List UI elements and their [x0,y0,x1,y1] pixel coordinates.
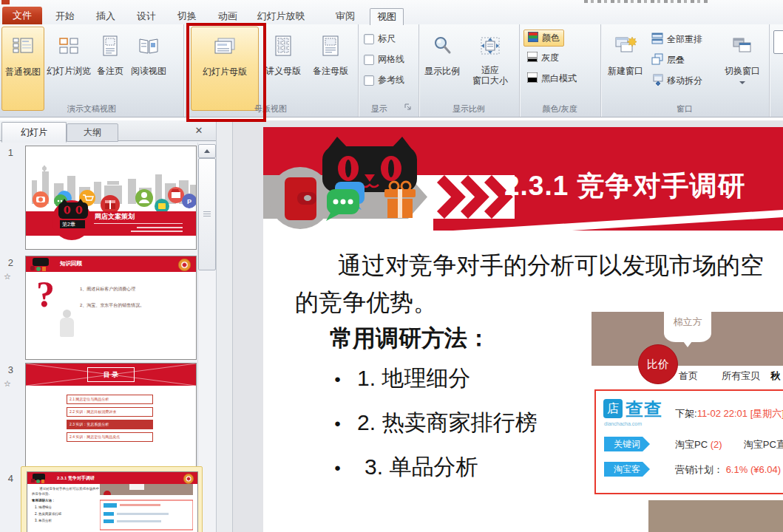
slide-4-header-bar [27,472,197,484]
guides-checkbox[interactable]: 参考线 [364,74,404,86]
tab-animations[interactable]: 动画 [213,8,243,24]
cascade-label: 层叠 [667,54,685,66]
slide-2-mini-icon-2 [36,267,41,271]
bottom-partial-image[interactable] [648,500,783,532]
switch-windows-button[interactable]: 切换窗口 [720,27,765,109]
slide-3-item-1: 2.1 网店定位与商品分析 [67,395,153,404]
handout-master-label: 讲义母版 [265,65,301,78]
tab-file[interactable]: 文件 [2,7,42,24]
slide-3-item-2: 2.2 实训：网店目标消费诉求 [67,407,153,417]
slide-methods-heading[interactable]: 常用调研方法： [330,323,490,354]
slide-4-bullet-1: 1. 地理细分 [35,505,52,509]
slide-4-medal-icon [183,474,194,484]
slide-1-chapter: 第2章 [62,221,75,228]
slide-2-medal-icon [178,259,191,271]
handout-master-button[interactable]: 讲义母版 [260,27,306,109]
dianchacha-logo-icon: 店 [603,399,623,418]
cascade-button[interactable]: 层叠 [648,52,688,69]
ruler-checkbox-box[interactable] [364,34,374,44]
up-arrow-icon [204,149,210,153]
color-button[interactable]: 颜色 [523,30,564,47]
shop-nav-autumn: 秋 [770,369,780,383]
slide-paragraph-line-1[interactable]: 通过对竞争对手的分析可以发现市场的空 [338,250,764,282]
group-zoom: 显示比例 适应窗口大小 显示比例 [418,24,520,117]
slide-3-animation-star-icon [4,379,11,389]
slide-bullet-row-2[interactable]: 2. 热卖商家排行榜 [334,408,537,438]
macros-partial-icon [773,30,783,54]
guides-label: 参考线 [378,74,404,86]
grayscale-button[interactable]: 灰度 [523,50,563,66]
slide-3-item-4: 2.4 实训：网店定位与商品卖点 [67,432,153,442]
normal-view-button[interactable]: 普通视图 [1,27,44,111]
switch-windows-dropdown-icon[interactable] [739,81,745,84]
taobaoke-tag: 淘宝客 [604,462,650,477]
group-label-window: 窗口 [600,103,769,115]
slide-2-thumbnail[interactable]: 知识回顾 ? 1、阐述目标客户的消费心理 2、淘宝、京东平台的销售情况。 [25,256,197,360]
fit-to-window-icon [479,33,501,59]
slide-2-cat-icon [33,258,49,266]
black-white-button[interactable]: 黑白模式 [523,71,580,86]
tab-view[interactable]: 视图 [370,8,404,25]
price-compare-badge: 比价 [638,344,678,384]
switch-windows-label: 切换窗口 [725,65,760,78]
slide-4-number: 4 [1,473,13,484]
slide-1-thumbnail[interactable]: P 第2章 网店文案策划 [25,146,197,250]
marketing-plan-label: 营销计划： [675,464,723,475]
switch-windows-icon [731,33,753,59]
tab-design[interactable]: 设计 [132,8,161,24]
guides-checkbox-box[interactable] [364,75,374,86]
slide-2-header-bar [26,256,196,272]
scrollbar-grip [203,211,211,217]
keyword-tag: 关键词 [604,437,650,451]
show-dialog-launcher-icon[interactable] [404,101,413,115]
slide-4-mini-icon-3 [41,480,44,483]
pane-tab-slides[interactable]: 幻灯片 [1,122,67,143]
gridlines-checkbox[interactable]: 网格线 [364,53,404,66]
tab-review[interactable]: 审阅 [331,8,360,24]
move-split-button[interactable]: 移动拆分 [648,72,706,89]
arrange-all-label: 全部重排 [667,33,702,46]
marketing-plan-pct: 6.1% [726,464,748,475]
svg-text:P: P [187,198,191,205]
reading-view-icon [138,33,160,59]
notes-page-button[interactable]: 备注页 [95,27,126,109]
notes-page-icon [101,33,120,59]
tab-transitions[interactable]: 切换 [172,8,202,24]
slide-3-thumbnail[interactable]: 目 录 2.1 网店定位与商品分析 2.2 实训：网店目标消费诉求 2.3 实训… [25,363,197,467]
notes-master-button[interactable]: 备注母版 [308,27,353,109]
group-label-presentation-views: 演示文稿视图 [0,103,183,115]
zoom-button[interactable]: 显示比例 [421,27,463,109]
reading-view-button[interactable]: 阅读视图 [126,27,172,109]
gridlines-checkbox-box[interactable] [364,55,374,65]
reading-view-label: 阅读视图 [131,65,166,78]
tab-slideshow[interactable]: 幻灯片放映 [251,8,311,24]
new-window-button[interactable]: 新建窗口 [605,27,646,109]
scrollbar-up-button[interactable] [198,144,216,158]
scrollbar-thumb[interactable] [198,158,216,270]
keyword-value-1: 淘宝PC [675,439,708,450]
slide-3-toc-title: 目 录 [87,367,135,382]
pane-tab-outline[interactable]: 大纲 [67,123,118,142]
notes-master-label: 备注母版 [313,65,348,78]
arrange-all-button[interactable]: 全部重排 [648,31,706,48]
slide-4-header-text: 2.3.1 竞争对手调研 [57,475,95,482]
ruler-checkbox[interactable]: 标尺 [364,33,396,45]
slide-paragraph-line-2[interactable]: 的竞争优势。 [295,287,437,319]
pane-splitter[interactable] [216,120,233,532]
slide-2-line-1: 1、阐述目标客户的消费心理 [80,286,135,293]
slide-4-thumbnail[interactable]: 2.3.1 竞争对手调研 通过对竞争对手的分析可以发现市场的空 的竞争优势。 常… [27,471,198,532]
tab-insert[interactable]: 插入 [91,8,121,24]
slide-sorter-button[interactable]: 幻灯片浏览 [44,27,93,109]
window-title-clipped [584,0,708,3]
tab-home[interactable]: 开始 [50,8,80,24]
slide-bullet-row-3[interactable]: 3. 单品分析 [334,452,478,482]
slide-title[interactable]: 2.3.1 竞争对手调研 [504,168,746,205]
slide-bullet-row-1[interactable]: 1. 地理细分 [334,364,470,394]
slide-1-number: 1 [1,147,13,158]
pane-close-icon[interactable] [192,123,206,137]
grayscale-icon [527,52,538,64]
slide-1-title: 网店文案策划 [95,212,135,222]
fit-to-window-button[interactable]: 适应窗口大小 [464,27,516,109]
dianchacha-domain: dianchacha.com [604,421,642,426]
slide-bullet-1: 1. 地理细分 [357,364,470,394]
